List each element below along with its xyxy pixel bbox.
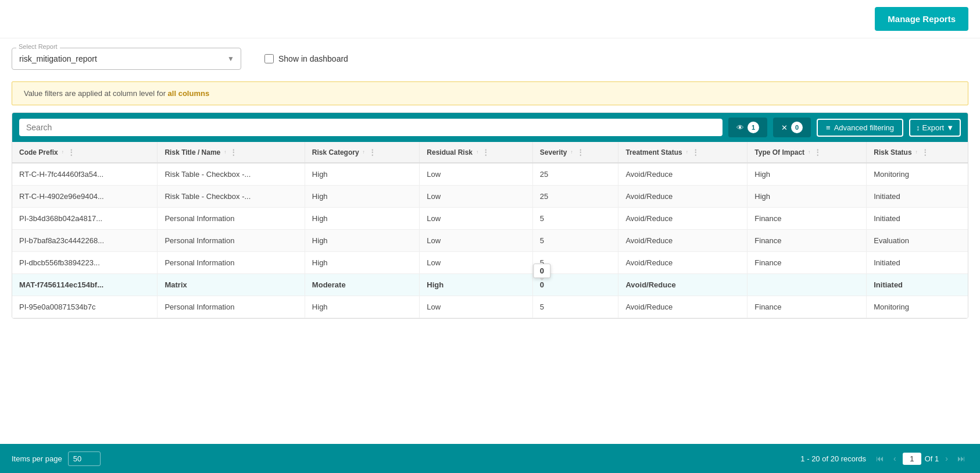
table-cell-risk_title: Risk Table - Checkbox -... bbox=[158, 186, 305, 208]
sort-icons-6[interactable]: ↑ bbox=[686, 150, 688, 155]
filter-lines-icon: ≡ bbox=[826, 123, 831, 132]
col-risk-title: Risk Title / Name ↑ ⋮ bbox=[158, 142, 305, 163]
table-cell-residual_risk: Low bbox=[420, 252, 533, 274]
table-cell-severity: 5 bbox=[532, 230, 618, 252]
col-menu-icon-3[interactable]: ⋮ bbox=[369, 148, 376, 157]
table-cell-risk_category: High bbox=[305, 208, 419, 230]
table-cell-severity: 5 bbox=[532, 208, 618, 230]
table-cell-risk_status: Initiated bbox=[867, 274, 968, 296]
table-cell-risk_status: Initiated bbox=[867, 186, 968, 208]
sort-icons-4[interactable]: ↑ bbox=[476, 150, 478, 155]
table-row: PI-3b4d368b042a4817...Personal Informati… bbox=[12, 208, 968, 230]
table-cell-risk_status: Monitoring bbox=[867, 296, 968, 318]
table-cell-risk_title: Risk Table - Checkbox -... bbox=[158, 163, 305, 186]
table-cell-code_prefix: RT-C-H-4902e96e9404... bbox=[12, 186, 158, 208]
export-button[interactable]: ↕ Export ▼ bbox=[909, 119, 961, 137]
col-treatment-status: Treatment Status ↑ ⋮ bbox=[618, 142, 747, 163]
col-risk-category: Risk Category ↑ ⋮ bbox=[305, 142, 419, 163]
hidden-count-badge: 1 bbox=[747, 122, 759, 133]
export-icon: ↕ bbox=[916, 123, 920, 132]
advanced-filtering-button[interactable]: ≡ Advanced filtering bbox=[817, 119, 903, 137]
col-menu-icon-8[interactable]: ⋮ bbox=[921, 148, 929, 157]
sort-icons-2[interactable]: ↑ bbox=[224, 150, 226, 155]
col-severity: Severity ↑ ⋮ bbox=[532, 142, 618, 163]
table-row: PI-95e0a00871534b7cPersonal InformationH… bbox=[12, 296, 968, 318]
col-menu-icon[interactable]: ⋮ bbox=[67, 148, 75, 157]
sort-icons-5[interactable]: ↑ bbox=[571, 150, 573, 155]
sort-icons-8[interactable]: ↑ bbox=[915, 150, 918, 155]
show-in-dashboard-text: Show in dashboard bbox=[278, 54, 348, 63]
table-cell-risk_status: Evaluation bbox=[867, 230, 968, 252]
export-dropdown-icon: ▼ bbox=[946, 123, 954, 132]
report-select-area: Select Report risk_mitigation_report ▼ S… bbox=[0, 38, 980, 74]
table-cell-code_prefix: PI-dbcb556fb3894223... bbox=[12, 252, 158, 274]
table-cell-treatment_status: Avoid/Reduce bbox=[618, 163, 747, 186]
table-cell-risk_title: Personal Information bbox=[158, 230, 305, 252]
table-section: 👁 1 ✕ 0 ≡ Advanced filtering ↕ Export ▼ … bbox=[12, 112, 968, 319]
top-bar: Manage Reports bbox=[0, 0, 980, 38]
report-selector-wrapper: Select Report risk_mitigation_report ▼ bbox=[12, 48, 241, 70]
table-cell-risk_title: Personal Information bbox=[158, 252, 305, 274]
table-row: PI-b7baf8a23c4442268...Personal Informat… bbox=[12, 230, 968, 252]
show-in-dashboard-checkbox[interactable] bbox=[264, 54, 274, 63]
table-cell-risk_category: High bbox=[305, 252, 419, 274]
table-cell-residual_risk: High bbox=[420, 274, 533, 296]
table-cell-risk_status: Initiated bbox=[867, 208, 968, 230]
table-cell-code_prefix: RT-C-H-7fc44460f3a54... bbox=[12, 163, 158, 186]
table-cell-treatment_status: Avoid/Reduce bbox=[618, 274, 747, 296]
sort-icons-7[interactable]: ↑ bbox=[808, 150, 810, 155]
report-select-label: Select Report bbox=[16, 43, 60, 50]
tooltip-wrapper: 00 bbox=[540, 280, 544, 289]
table-cell-residual_risk: Low bbox=[420, 163, 533, 186]
table-cell-residual_risk: Low bbox=[420, 186, 533, 208]
filter-x-icon: ✕ bbox=[781, 123, 788, 132]
col-menu-icon-4[interactable]: ⋮ bbox=[482, 148, 489, 157]
table-cell-treatment_status: Avoid/Reduce bbox=[618, 252, 747, 274]
table-row: RT-C-H-7fc44460f3a54...Risk Table - Chec… bbox=[12, 163, 968, 186]
table-cell-risk_category: Moderate bbox=[305, 274, 419, 296]
table-cell-type_of_impact: Finance bbox=[747, 230, 867, 252]
filter-notice-bold: all columns bbox=[168, 89, 210, 98]
table-cell-risk_title: Personal Information bbox=[158, 296, 305, 318]
manage-reports-button[interactable]: Manage Reports bbox=[875, 7, 968, 31]
table-cell-type_of_impact: High bbox=[747, 186, 867, 208]
hidden-columns-button[interactable]: 👁 1 bbox=[728, 118, 767, 137]
show-in-dashboard-label[interactable]: Show in dashboard bbox=[264, 54, 348, 63]
sort-icons[interactable]: ↑ bbox=[62, 150, 64, 155]
table-toolbar: 👁 1 ✕ 0 ≡ Advanced filtering ↕ Export ▼ bbox=[12, 113, 968, 142]
table-cell-treatment_status: Avoid/Reduce bbox=[618, 230, 747, 252]
table-cell-treatment_status: Avoid/Reduce bbox=[618, 296, 747, 318]
tooltip-box: 0 bbox=[534, 264, 550, 278]
table-body: RT-C-H-7fc44460f3a54...Risk Table - Chec… bbox=[12, 163, 968, 318]
table-cell-residual_risk: Low bbox=[420, 230, 533, 252]
table-cell-severity: 25 bbox=[532, 186, 618, 208]
table-cell-risk_status: Initiated bbox=[867, 252, 968, 274]
table-cell-severity: 25 bbox=[532, 163, 618, 186]
table-cell-risk_category: High bbox=[305, 186, 419, 208]
table-cell-risk_status: Monitoring bbox=[867, 163, 968, 186]
table-cell-type_of_impact: Finance bbox=[747, 252, 867, 274]
table-cell-type_of_impact: High bbox=[747, 163, 867, 186]
filter-count-button[interactable]: ✕ 0 bbox=[773, 118, 811, 137]
table-cell-code_prefix: PI-3b4d368b042a4817... bbox=[12, 208, 158, 230]
filter-notice-text: Value filters are applied at column leve… bbox=[24, 89, 168, 98]
table-cell-type_of_impact: Finance bbox=[747, 296, 867, 318]
search-wrapper bbox=[19, 119, 723, 136]
col-menu-icon-7[interactable]: ⋮ bbox=[814, 148, 821, 157]
table-cell-risk_category: High bbox=[305, 296, 419, 318]
table-cell-risk_title: Personal Information bbox=[158, 208, 305, 230]
col-menu-icon-6[interactable]: ⋮ bbox=[692, 148, 699, 157]
col-type-of-impact: Type Of Impact ↑ ⋮ bbox=[747, 142, 867, 163]
table-cell-risk_title: Matrix bbox=[158, 274, 305, 296]
eye-icon: 👁 bbox=[736, 123, 744, 132]
search-input[interactable] bbox=[26, 123, 716, 132]
table-scroll-container[interactable]: Code Prefix ↑ ⋮ Risk Title / Name ↑ ⋮ bbox=[12, 142, 968, 318]
sort-icons-3[interactable]: ↑ bbox=[363, 150, 365, 155]
table-row: RT-C-H-4902e96e9404...Risk Table - Check… bbox=[12, 186, 968, 208]
report-select[interactable]: risk_mitigation_report bbox=[12, 48, 241, 70]
col-menu-icon-2[interactable]: ⋮ bbox=[230, 148, 237, 157]
filter-count-badge: 0 bbox=[791, 122, 803, 133]
table-row: PI-dbcb556fb3894223...Personal Informati… bbox=[12, 252, 968, 274]
table-cell-treatment_status: Avoid/Reduce bbox=[618, 186, 747, 208]
col-menu-icon-5[interactable]: ⋮ bbox=[577, 148, 584, 157]
